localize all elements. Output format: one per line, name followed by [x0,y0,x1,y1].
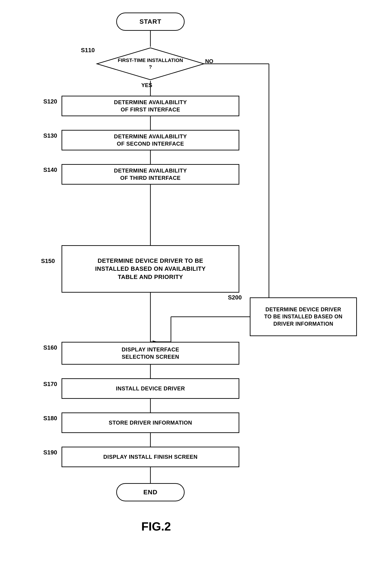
s150-text: DETERMINE DEVICE DRIVER TO BE INSTALLED … [95,257,206,281]
s200-text: DETERMINE DEVICE DRIVER TO BE INSTALLED … [264,306,342,327]
s120-label: S120 [43,98,57,105]
no-label: NO [205,58,213,64]
s120-box: DETERMINE AVAILABILITY OF FIRST INTERFAC… [62,96,239,116]
end-node: END [116,483,184,501]
s140-label: S140 [43,166,57,174]
s160-text: DISPLAY INTERFACE SELECTION SCREEN [122,346,179,361]
s160-label: S160 [43,344,57,351]
diagram-container: START S110 FIRST-TIME INSTALLATION? YES … [0,0,392,585]
s140-text: DETERMINE AVAILABILITY OF THIRD INTERFAC… [114,167,187,182]
start-node: START [116,12,184,31]
start-label: START [140,18,161,25]
s110-label: S110 [81,47,95,54]
s180-label: S180 [43,415,57,422]
s130-text: DETERMINE AVAILABILITY OF SECOND INTERFA… [114,133,187,148]
s180-box: STORE DRIVER INFORMATION [62,412,239,433]
yes-label: YES [141,82,152,88]
s190-label: S190 [43,449,57,456]
s190-box: DISPLAY INSTALL FINISH SCREEN [62,447,239,467]
s180-text: STORE DRIVER INFORMATION [109,419,192,426]
s160-box: DISPLAY INTERFACE SELECTION SCREEN [62,342,239,365]
s130-label: S130 [43,132,57,139]
decision-diamond: FIRST-TIME INSTALLATION? [96,47,205,81]
figure-label: FIG.2 [141,520,171,533]
s170-box: INSTALL DEVICE DRIVER [62,378,239,399]
s200-box: DETERMINE DEVICE DRIVER TO BE INSTALLED … [250,298,357,336]
s190-text: DISPLAY INSTALL FINISH SCREEN [103,453,198,460]
s200-label: S200 [228,294,242,301]
decision-text: FIRST-TIME INSTALLATION? [118,57,183,70]
s170-text: INSTALL DEVICE DRIVER [116,385,185,392]
s150-label: S150 [41,258,55,264]
s130-box: DETERMINE AVAILABILITY OF SECOND INTERFA… [62,130,239,150]
end-label: END [143,488,158,496]
s140-box: DETERMINE AVAILABILITY OF THIRD INTERFAC… [62,164,239,184]
s150-box: DETERMINE DEVICE DRIVER TO BE INSTALLED … [62,245,239,292]
s120-text: DETERMINE AVAILABILITY OF FIRST INTERFAC… [114,99,187,114]
s170-label: S170 [43,380,57,388]
